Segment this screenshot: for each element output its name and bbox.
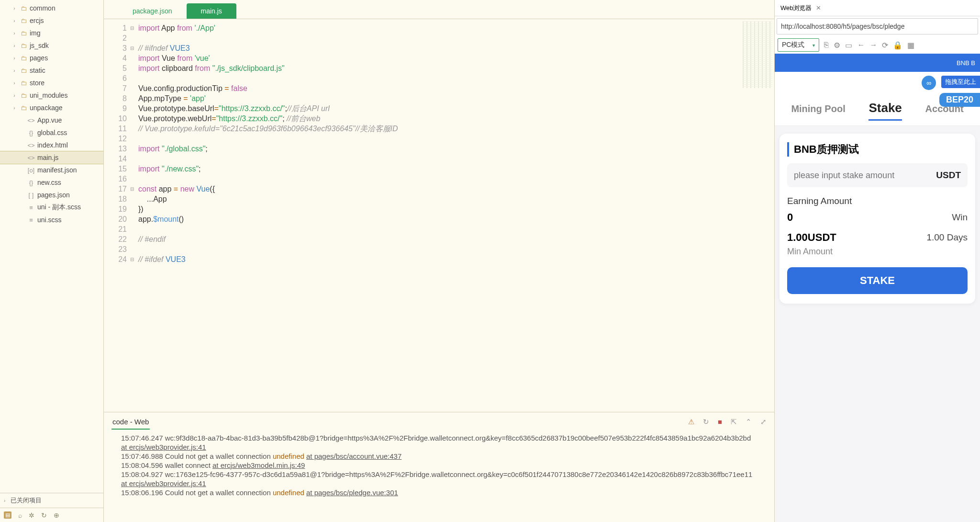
item-label: App.vue (37, 116, 62, 124)
chevron-right-icon: › (11, 80, 17, 86)
chevron-right-icon: › (4, 498, 11, 503)
minimap[interactable] (741, 19, 774, 412)
toolbar-debug-icon[interactable]: ✲ (29, 511, 34, 519)
item-label: pages (30, 54, 48, 62)
folder-item[interactable]: ›🗀js_sdk (0, 39, 103, 52)
chevron-right-icon: › (11, 18, 17, 23)
export-icon[interactable]: ⇱ (731, 418, 737, 426)
app-topbar: BNB B (775, 54, 980, 72)
url-text: http://localhost:8080/h5/pages/bsc/pledg… (781, 23, 904, 30)
source-link[interactable]: at ercjs/web3provider.js:41 (121, 479, 206, 488)
folder-item[interactable]: ›🗀static (0, 64, 103, 77)
folder-item[interactable]: ›🗀img (0, 27, 103, 39)
folder-item[interactable]: ›🗀unpackage (0, 102, 103, 114)
file-item[interactable]: [o]manifest.json (0, 164, 103, 176)
closed-projects[interactable]: › 已关闭项目 (0, 493, 103, 508)
folder-item[interactable]: ›🗀store (0, 77, 103, 89)
file-item[interactable]: {}new.css (0, 176, 103, 189)
console-line: 15:07:46.247 wc:9f3d8c18-aa7b-4bac-81d3-… (121, 433, 757, 452)
closed-projects-label: 已关闭项目 (11, 496, 42, 505)
file-tree: ›🗀common›🗀ercjs›🗀img›🗀js_sdk›🗀pages›🗀sta… (0, 0, 103, 493)
item-label: uni.scss (37, 216, 62, 224)
page-tab[interactable]: Mining Pool (791, 103, 845, 118)
folder-icon: 🗀 (19, 55, 28, 62)
earning-value: 0 (787, 211, 793, 224)
settings-icon[interactable]: ⚙ (834, 41, 840, 50)
file-icon: [o] (27, 167, 35, 174)
devtools-icon[interactable]: ▭ (845, 41, 852, 50)
console-line: 15:08:04.596 wallet connect at ercjs/web… (121, 461, 757, 470)
float-drag-button[interactable]: 拖拽至此上 (941, 76, 980, 88)
file-item[interactable]: <>main.js (0, 151, 103, 164)
item-label: static (30, 67, 45, 74)
mode-label: PC模式 (782, 41, 804, 49)
toolbar-sync-icon[interactable]: ↻ (41, 511, 47, 519)
item-label: main.js (37, 154, 58, 161)
code-pane[interactable]: 123456789101112131415161718192021222324 … (104, 19, 741, 412)
chevron-right-icon: › (11, 43, 17, 48)
folder-icon: 🗀 (19, 104, 28, 112)
source-link[interactable]: at pages/bsc/account.vue:437 (306, 452, 401, 460)
refresh-icon[interactable]: ↻ (703, 418, 709, 426)
lock-icon[interactable]: 🔒 (893, 41, 902, 50)
item-label: global.css (37, 129, 67, 136)
editor-tab[interactable]: main.js (187, 3, 236, 19)
browser-tab[interactable]: Web浏览器 ✕ (775, 0, 980, 16)
folder-icon: 🗀 (19, 42, 28, 49)
toolbar-file-icon[interactable]: ▤ (4, 511, 11, 519)
console-body[interactable]: 15:07:46.247 wc:9f3d8c18-aa7b-4bac-81d3-… (104, 431, 774, 522)
sidebar-toolbar: ▤ ⌕ ✲ ↻ ⊕ (0, 508, 103, 522)
line-gutter: 123456789101112131415161718192021222324 (104, 19, 129, 412)
file-icon: {} (27, 179, 35, 186)
min-value: 1.00USDT (787, 231, 836, 244)
editor-tab[interactable]: package.json (118, 3, 187, 19)
item-label: common (30, 4, 56, 12)
folder-item[interactable]: ›🗀uni_modules (0, 89, 103, 102)
folder-item[interactable]: ›🗀common (0, 2, 103, 14)
source-link[interactable]: at ercjs/web3provider.js:41 (121, 443, 206, 451)
warning-icon[interactable]: ⚠ (688, 418, 694, 426)
folder-icon: 🗀 (19, 17, 28, 24)
chevron-right-icon: › (11, 31, 17, 36)
file-item[interactable]: ≡uni - 副本.scss (0, 201, 103, 214)
item-label: ercjs (30, 17, 44, 24)
folder-item[interactable]: ›🗀pages (0, 52, 103, 64)
stake-button[interactable]: STAKE (787, 267, 968, 294)
toolbar-search-icon[interactable]: ⌕ (18, 511, 22, 519)
chevron-right-icon: › (11, 105, 17, 111)
console-tab[interactable]: code - Web (111, 415, 150, 430)
float-cloud-icon[interactable]: ∞ (922, 76, 936, 90)
stake-amount-input[interactable] (794, 170, 936, 181)
folder-icon: 🗀 (19, 30, 28, 37)
open-folder-icon[interactable]: ⎘ (824, 41, 829, 49)
file-item[interactable]: <>index.html (0, 139, 103, 151)
file-icon: <> (27, 142, 35, 149)
source-link[interactable]: at pages/bsc/pledge.vue:301 (306, 488, 398, 497)
file-item[interactable]: {}global.css (0, 126, 103, 139)
file-item[interactable]: ≡uni.scss (0, 214, 103, 226)
folder-item[interactable]: ›🗀ercjs (0, 14, 103, 27)
toolbar-globe-icon[interactable]: ⊕ (54, 511, 59, 519)
collapse-icon[interactable]: ⌃ (746, 418, 752, 426)
code-content[interactable]: import App from './App'// #ifndef VUE3im… (135, 19, 741, 412)
fold-gutter: ⊟⊟⊟⊟ (129, 19, 135, 412)
url-bar[interactable]: http://localhost:8080/h5/pages/bsc/pledg… (777, 18, 978, 34)
preview-viewport: BNB B ∞ 拖拽至此上 BEP20 Mining PoolStakeAcco… (775, 54, 980, 522)
source-link[interactable]: at ercjs/web3model.min.js:49 (212, 461, 305, 469)
file-item[interactable]: <>App.vue (0, 114, 103, 126)
close-icon[interactable]: ✕ (816, 4, 821, 11)
grid-icon[interactable]: ▦ (907, 41, 914, 50)
mode-select[interactable]: PC模式 (778, 38, 819, 52)
toggle-icon[interactable]: ⤢ (760, 418, 767, 426)
file-item[interactable]: [ ]pages.json (0, 189, 103, 201)
file-explorer: ›🗀common›🗀ercjs›🗀img›🗀js_sdk›🗀pages›🗀sta… (0, 0, 104, 522)
min-label-row: Min Amount (787, 247, 968, 257)
stop-icon[interactable]: ■ (718, 418, 722, 426)
file-icon: <> (27, 154, 35, 161)
reload-icon[interactable]: ⟳ (882, 41, 888, 50)
forward-icon[interactable]: → (869, 41, 877, 49)
back-icon[interactable]: ← (857, 41, 865, 49)
float-drag-label: 拖拽至此上 (945, 78, 976, 86)
folder-icon: 🗀 (19, 92, 28, 99)
page-tab[interactable]: Stake (869, 101, 902, 121)
